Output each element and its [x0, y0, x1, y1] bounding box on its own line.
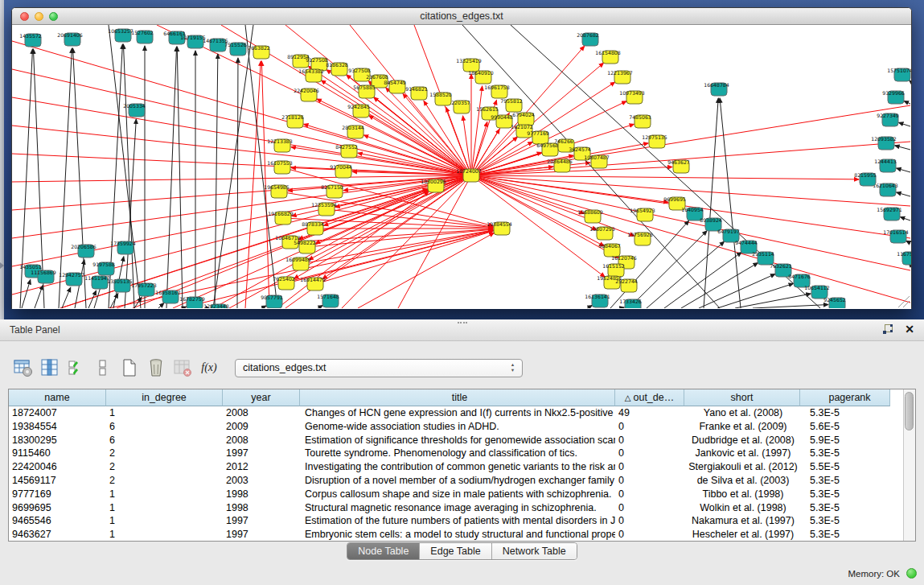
graph-node[interactable]: 16099489: [285, 257, 311, 270]
zoom-window-button[interactable]: [49, 12, 58, 21]
graph-node[interactable]: 16136141: [585, 294, 610, 307]
table-row[interactable]: 969969511998Structural magnetic resonanc…: [9, 501, 903, 515]
resize-grip-icon[interactable]: [898, 296, 910, 307]
graph-node[interactable]: 11451947: [84, 275, 110, 289]
collapse-arrow-icon[interactable]: [0, 262, 4, 269]
graph-node[interactable]: 2087682: [577, 32, 599, 46]
graph-node[interactable]: 20691406: [57, 32, 83, 46]
graph-node[interactable]: 12975135: [642, 134, 667, 148]
table-row[interactable]: 1456911722003Disruption of a novel membe…: [9, 474, 903, 488]
function-builder-button[interactable]: f(x): [199, 357, 220, 378]
graph-node[interactable]: 16958167: [155, 290, 181, 303]
column-header-year[interactable]: year: [223, 389, 300, 406]
column-header-short[interactable]: short: [684, 389, 800, 406]
graph-node[interactable]: 12942757: [59, 272, 84, 286]
graph-node[interactable]: 17016514: [883, 229, 909, 243]
minimize-window-button[interactable]: [35, 12, 43, 21]
graph-node[interactable]: 16107553: [267, 160, 293, 174]
graph-node[interactable]: 12923448: [203, 303, 229, 308]
column-header-in_degree[interactable]: in_degree: [106, 389, 223, 406]
graph-node[interactable]: 16543382: [298, 68, 324, 82]
graph-node[interactable]: 16782759: [179, 296, 205, 308]
graph-node[interactable]: 16210643: [873, 183, 898, 196]
graph-node[interactable]: 7485063: [629, 114, 651, 128]
window-titlebar[interactable]: citations_edges.txt: [12, 8, 911, 25]
network-graph[interactable]: 1435572206914061065325715276026466161107…: [12, 25, 911, 308]
graph-node[interactable]: 17957223: [131, 282, 157, 296]
graph-node[interactable]: 1588520: [429, 92, 452, 105]
column-header-out_de[interactable]: △out_de…: [615, 389, 684, 406]
graph-node[interactable]: 2803144: [342, 125, 364, 138]
graph-node[interactable]: 8186328: [326, 62, 348, 76]
delete-rows-button[interactable]: [146, 357, 166, 378]
graph-node[interactable]: 1244413: [874, 159, 897, 172]
table-row[interactable]: 911546021997Tourette syndrome. Phenomeno…: [9, 447, 903, 460]
table-options-button[interactable]: [13, 357, 34, 378]
graph-node[interactable]: 7955812: [500, 98, 523, 112]
graph-node[interactable]: 16154808: [595, 50, 621, 64]
graph-node[interactable]: 10973493: [619, 90, 645, 104]
graph-node[interactable]: 1527602: [131, 30, 154, 43]
close-window-button[interactable]: [20, 12, 29, 21]
graph-node[interactable]: 18807293: [589, 226, 615, 240]
graph-node[interactable]: 1435572: [19, 33, 42, 47]
table-select-dropdown[interactable]: citations_edges.txt ▲▼: [235, 359, 523, 377]
graph-node[interactable]: 9463627: [667, 159, 690, 173]
row-height-button[interactable]: [92, 357, 113, 378]
tab-edge-table[interactable]: Edge Table: [420, 543, 491, 559]
graph-node[interactable]: 1733426: [619, 299, 642, 308]
table-row[interactable]: 946362711997Embryonic stem cells: a mode…: [9, 528, 903, 542]
graph-node[interactable]: 12093582: [871, 136, 897, 150]
graph-node[interactable]: 13505135: [107, 278, 133, 292]
graph-node[interactable]: 18640910: [468, 70, 494, 84]
graph-node[interactable]: 9990448: [491, 114, 513, 128]
float-panel-icon[interactable]: [882, 324, 893, 339]
graph-node[interactable]: 9170044: [330, 164, 352, 178]
graph-node[interactable]: 1167533: [897, 251, 911, 265]
graph-node[interactable]: 15751074: [887, 68, 911, 81]
graph-node[interactable]: 10653257: [108, 28, 133, 42]
graph-node[interactable]: 16961758: [484, 84, 510, 98]
graph-node[interactable]: 12213967: [607, 70, 633, 84]
graph-node[interactable]: 19166829: [268, 211, 294, 225]
show-column-button[interactable]: [39, 357, 60, 378]
select-columns-button[interactable]: [66, 357, 87, 378]
graph-node[interactable]: 8427552: [335, 144, 358, 158]
table-row[interactable]: 1830029562008Estimation of significance …: [9, 434, 903, 447]
graph-node[interactable]: 12353594: [311, 202, 337, 216]
graph-node[interactable]: 19654923: [630, 208, 655, 221]
graph-node[interactable]: 17359924: [110, 241, 136, 254]
column-header-title[interactable]: title: [300, 389, 615, 406]
graph-node[interactable]: 19756928: [627, 232, 653, 245]
graph-node[interactable]: 15692971: [877, 207, 902, 220]
table-row[interactable]: 946554611997Estimation of the future num…: [9, 514, 903, 528]
table-row[interactable]: 2242004622012Investigating the contribut…: [9, 460, 903, 474]
graph-node[interactable]: 16648784: [704, 82, 729, 96]
graph-node[interactable]: 22420046: [294, 88, 319, 101]
graph-node[interactable]: 9329966: [882, 90, 905, 104]
tab-node-table[interactable]: Node Table: [347, 543, 420, 559]
splitter-handle[interactable]: [458, 319, 467, 323]
table-row[interactable]: 1872400712008Changes of HCN gene express…: [9, 406, 903, 420]
table-row[interactable]: 1938455462009Genome-wide association stu…: [9, 420, 903, 434]
table-scrollbar-thumb[interactable]: [905, 392, 914, 431]
graph-node[interactable]: 20364486: [547, 159, 573, 172]
column-header-pagerank[interactable]: pagerank: [800, 389, 890, 406]
graph-node[interactable]: 16914479: [300, 277, 326, 290]
column-header-name[interactable]: name: [9, 389, 106, 406]
new-table-button[interactable]: [119, 357, 140, 378]
graph-node[interactable]: 12213383: [267, 138, 293, 152]
graph-node[interactable]: 9857791: [261, 295, 283, 308]
table-row[interactable]: 977716911998Corpus callosum shape and si…: [9, 488, 903, 501]
tab-network-table[interactable]: Network Table: [492, 543, 577, 559]
network-window[interactable]: citations_edges.txt 14355722069140610653…: [11, 7, 912, 309]
graph-node[interactable]: 9227349: [877, 113, 899, 126]
graph-node[interactable]: 1571648: [317, 294, 339, 307]
network-canvas[interactable]: 1435572206914061065325715276026466161107…: [12, 25, 911, 309]
table-scrollbar[interactable]: [903, 389, 915, 541]
graph-node[interactable]: 7663822: [248, 45, 270, 59]
graph-node[interactable]: 7515526: [224, 42, 247, 56]
close-panel-icon[interactable]: ✕: [905, 323, 914, 336]
delete-table-button-disabled[interactable]: [172, 357, 193, 378]
graph-node[interactable]: 9245652: [823, 297, 846, 308]
